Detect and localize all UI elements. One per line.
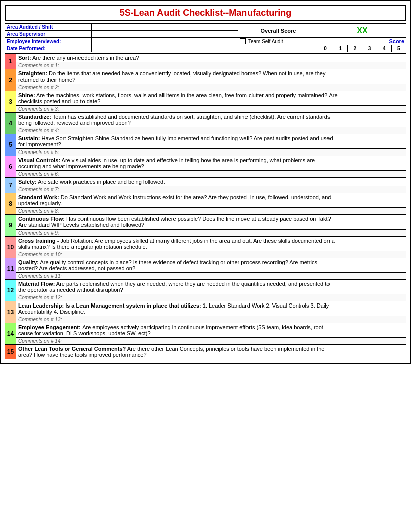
comment-cell[interactable]: Comments on # 1: bbox=[16, 62, 406, 69]
score-cell[interactable] bbox=[384, 215, 395, 230]
score-cell[interactable] bbox=[351, 215, 362, 230]
score-cell[interactable] bbox=[395, 156, 406, 171]
score-cell[interactable] bbox=[351, 193, 362, 208]
score-cell[interactable] bbox=[362, 156, 373, 171]
score-cell[interactable] bbox=[395, 301, 406, 316]
score-cell[interactable] bbox=[362, 258, 373, 273]
score-cell[interactable] bbox=[373, 258, 384, 273]
score-cell[interactable] bbox=[373, 91, 384, 106]
score-cell[interactable] bbox=[340, 280, 351, 294]
score-cell[interactable] bbox=[351, 178, 362, 186]
score-cell[interactable] bbox=[373, 237, 384, 251]
score-cell[interactable] bbox=[362, 345, 373, 359]
score-cell[interactable] bbox=[351, 113, 362, 127]
score-cell[interactable] bbox=[340, 215, 351, 230]
comment-cell[interactable]: Comments on # 8: bbox=[16, 208, 406, 215]
score-cell[interactable] bbox=[373, 69, 384, 84]
area-audited-value[interactable] bbox=[92, 24, 238, 31]
score-cell[interactable] bbox=[362, 301, 373, 316]
score-cell[interactable] bbox=[362, 91, 373, 106]
score-cell[interactable] bbox=[362, 193, 373, 208]
team-self-audit-checkbox[interactable] bbox=[240, 38, 246, 44]
score-cell[interactable] bbox=[384, 258, 395, 273]
score-cell[interactable] bbox=[373, 280, 384, 294]
score-cell[interactable] bbox=[395, 237, 406, 251]
score-cell[interactable] bbox=[340, 91, 351, 106]
score-cell[interactable] bbox=[373, 345, 384, 359]
comment-cell[interactable]: Comments on # 3: bbox=[16, 106, 406, 113]
score-cell[interactable] bbox=[351, 323, 362, 338]
score-cell[interactable] bbox=[340, 345, 351, 359]
employee-interviewed-value[interactable] bbox=[92, 38, 238, 45]
score-cell[interactable] bbox=[384, 113, 395, 127]
score-cell[interactable] bbox=[340, 301, 351, 316]
score-cell[interactable] bbox=[384, 54, 395, 62]
score-cell[interactable] bbox=[340, 258, 351, 273]
comment-cell[interactable]: Comments on # 13: bbox=[16, 316, 406, 323]
comment-cell[interactable]: Comments on # 11: bbox=[16, 273, 406, 280]
score-cell[interactable] bbox=[384, 323, 395, 338]
score-cell[interactable] bbox=[351, 54, 362, 62]
score-cell[interactable] bbox=[384, 91, 395, 106]
score-cell[interactable] bbox=[362, 215, 373, 230]
score-cell[interactable] bbox=[351, 134, 362, 149]
comment-cell[interactable]: Comments on # 7: bbox=[16, 186, 406, 193]
score-cell[interactable] bbox=[395, 54, 406, 62]
date-performed-value[interactable] bbox=[92, 45, 238, 52]
score-cell[interactable] bbox=[384, 280, 395, 294]
score-cell[interactable] bbox=[373, 113, 384, 127]
score-cell[interactable] bbox=[351, 156, 362, 171]
score-cell[interactable] bbox=[351, 237, 362, 251]
area-supervisor-value[interactable] bbox=[92, 31, 238, 38]
score-cell[interactable] bbox=[351, 69, 362, 84]
score-cell[interactable] bbox=[373, 156, 384, 171]
score-cell[interactable] bbox=[362, 237, 373, 251]
score-cell[interactable] bbox=[373, 301, 384, 316]
score-cell[interactable] bbox=[373, 134, 384, 149]
score-cell[interactable] bbox=[395, 258, 406, 273]
score-cell[interactable] bbox=[384, 237, 395, 251]
score-cell[interactable] bbox=[340, 54, 351, 62]
score-cell[interactable] bbox=[384, 69, 395, 84]
score-cell[interactable] bbox=[395, 215, 406, 230]
score-cell[interactable] bbox=[395, 134, 406, 149]
score-cell[interactable] bbox=[395, 345, 406, 359]
score-cell[interactable] bbox=[373, 193, 384, 208]
score-cell[interactable] bbox=[362, 54, 373, 62]
score-cell[interactable] bbox=[362, 280, 373, 294]
score-cell[interactable] bbox=[395, 280, 406, 294]
score-cell[interactable] bbox=[362, 69, 373, 84]
score-cell[interactable] bbox=[373, 215, 384, 230]
score-cell[interactable] bbox=[384, 156, 395, 171]
score-cell[interactable] bbox=[384, 178, 395, 186]
score-cell[interactable] bbox=[340, 69, 351, 84]
score-cell[interactable] bbox=[395, 193, 406, 208]
score-cell[interactable] bbox=[340, 134, 351, 149]
comment-cell[interactable]: Comments on # 6: bbox=[16, 171, 406, 178]
comment-cell[interactable]: Comments on # 10: bbox=[16, 251, 406, 258]
score-cell[interactable] bbox=[340, 156, 351, 171]
comment-cell[interactable]: Comments on # 14: bbox=[16, 338, 406, 345]
score-cell[interactable] bbox=[373, 323, 384, 338]
score-cell[interactable] bbox=[395, 113, 406, 127]
score-cell[interactable] bbox=[351, 301, 362, 316]
score-cell[interactable] bbox=[340, 193, 351, 208]
score-cell[interactable] bbox=[384, 345, 395, 359]
score-cell[interactable] bbox=[340, 113, 351, 127]
score-cell[interactable] bbox=[362, 323, 373, 338]
score-cell[interactable] bbox=[395, 69, 406, 84]
score-cell[interactable] bbox=[395, 323, 406, 338]
comment-cell[interactable]: Comments on # 12: bbox=[16, 294, 406, 301]
score-cell[interactable] bbox=[395, 91, 406, 106]
comment-cell[interactable]: Comments on # 9: bbox=[16, 230, 406, 237]
score-cell[interactable] bbox=[362, 134, 373, 149]
score-cell[interactable] bbox=[384, 134, 395, 149]
score-cell[interactable] bbox=[384, 301, 395, 316]
score-cell[interactable] bbox=[373, 54, 384, 62]
score-cell[interactable] bbox=[340, 323, 351, 338]
score-cell[interactable] bbox=[351, 345, 362, 359]
score-cell[interactable] bbox=[362, 178, 373, 186]
score-cell[interactable] bbox=[340, 237, 351, 251]
score-cell[interactable] bbox=[395, 178, 406, 186]
score-cell[interactable] bbox=[351, 280, 362, 294]
